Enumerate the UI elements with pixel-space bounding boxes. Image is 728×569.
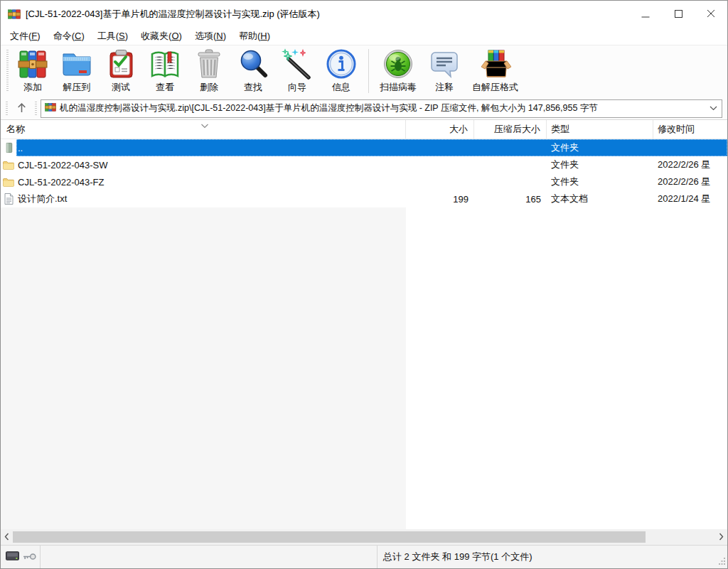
up-button[interactable] bbox=[11, 99, 32, 118]
scroll-right-icon bbox=[719, 532, 724, 543]
toolbar-separator bbox=[368, 49, 369, 93]
list-empty-area bbox=[1, 207, 727, 529]
file-list: .. 文件夹 CJL-51-2022-043-SW 文件夹 2022/2/26 … bbox=[1, 139, 727, 529]
title-bar: [CJL-51-2022-043]基于单片机的温湿度控制器设计与实现.zip (… bbox=[1, 1, 727, 28]
menu-file[interactable]: 文件(F) bbox=[4, 28, 47, 44]
test-label: 测试 bbox=[112, 81, 130, 94]
test-icon bbox=[105, 48, 137, 80]
header-packed[interactable]: 压缩后大小 bbox=[474, 120, 547, 139]
row-folder-fz[interactable]: CJL-51-2022-043-FZ 文件夹 2022/2/26 星 bbox=[1, 173, 727, 190]
menu-bar: 文件(F) 命令(C) 工具(S) 收藏夹(O) 选项(N) 帮助(H) bbox=[1, 28, 727, 45]
sort-indicator-icon bbox=[200, 120, 209, 131]
sfx-button[interactable]: 自解压格式 bbox=[466, 45, 524, 94]
maximize-icon bbox=[675, 9, 682, 20]
comment-button[interactable]: 注释 bbox=[422, 45, 466, 94]
up-folder-icon bbox=[1, 142, 16, 153]
menu-help[interactable]: 帮助(H) bbox=[232, 28, 277, 44]
find-label: 查找 bbox=[244, 81, 262, 94]
file-name: CJL-51-2022-043-FZ bbox=[16, 177, 406, 188]
header-type[interactable]: 类型 bbox=[547, 120, 653, 139]
test-button[interactable]: 测试 bbox=[99, 45, 143, 94]
window-title: [CJL-51-2022-043]基于单片机的温湿度控制器设计与实现.zip (… bbox=[26, 8, 629, 21]
list-empty-left-panel bbox=[1, 207, 406, 529]
minimize-button[interactable] bbox=[629, 1, 662, 28]
info-label: 信息 bbox=[332, 81, 350, 94]
minimize-icon bbox=[641, 9, 650, 20]
combo-chevron-icon[interactable] bbox=[708, 106, 718, 111]
find-icon bbox=[237, 48, 269, 80]
scroll-left-button[interactable] bbox=[1, 529, 13, 545]
menu-commands[interactable]: 命令(C) bbox=[47, 28, 91, 44]
column-headers: 名称 大小 压缩后大小 类型 修改时间 bbox=[1, 120, 727, 139]
delete-label: 删除 bbox=[200, 81, 218, 94]
comment-label: 注释 bbox=[435, 81, 454, 94]
scroll-left-icon bbox=[4, 532, 9, 543]
scrollbar-thumb[interactable] bbox=[13, 531, 646, 543]
status-bar: 总计 2 文件夹 和 199 字节(1 个文件) bbox=[1, 545, 727, 568]
header-modified[interactable]: 修改时间 bbox=[653, 120, 727, 139]
delete-icon bbox=[193, 48, 225, 80]
address-row: 机的温湿度控制器设计与实现.zip\[CJL-51-2022-043]基于单片机… bbox=[1, 97, 727, 120]
resize-grip[interactable] bbox=[719, 556, 726, 567]
row-folder-sw[interactable]: CJL-51-2022-043-SW 文件夹 2022/2/26 星 bbox=[1, 156, 727, 173]
virus-scan-label: 扫描病毒 bbox=[380, 81, 417, 94]
up-arrow-icon bbox=[16, 102, 28, 116]
archive-icon bbox=[45, 102, 56, 114]
file-type: 文件夹 bbox=[547, 175, 653, 188]
view-icon bbox=[149, 48, 181, 80]
folder-icon bbox=[1, 161, 16, 170]
menu-favorites[interactable]: 收藏夹(O) bbox=[134, 28, 188, 44]
list-empty-right-panel bbox=[406, 207, 727, 529]
file-modified: 2022/2/26 星 bbox=[653, 158, 727, 171]
drive-icon bbox=[6, 551, 19, 563]
horizontal-scrollbar[interactable] bbox=[1, 529, 727, 545]
toolbar: 添加 解压到 bbox=[1, 45, 727, 97]
menu-tools[interactable]: 工具(S) bbox=[91, 28, 134, 44]
scroll-right-button[interactable] bbox=[715, 529, 727, 545]
wizard-icon bbox=[281, 48, 314, 80]
file-modified: 2022/2/26 星 bbox=[653, 175, 727, 188]
wizard-label: 向导 bbox=[288, 81, 306, 94]
comment-icon bbox=[428, 48, 461, 80]
sfx-icon bbox=[479, 48, 512, 80]
virus-scan-button[interactable]: 扫描病毒 bbox=[374, 45, 422, 94]
folder-icon bbox=[1, 178, 16, 187]
file-name: .. bbox=[16, 143, 406, 153]
toolbar-grip bbox=[6, 50, 9, 91]
address-grip-1 bbox=[6, 102, 8, 116]
file-type: 文本文档 bbox=[547, 193, 653, 205]
info-button[interactable]: 信息 bbox=[319, 45, 363, 94]
file-modified: 2022/1/24 星 bbox=[653, 193, 727, 205]
info-icon bbox=[325, 48, 358, 80]
view-label: 查看 bbox=[156, 81, 174, 94]
row-parent-dir[interactable]: .. 文件夹 bbox=[1, 139, 727, 156]
view-button[interactable]: 查看 bbox=[143, 45, 187, 94]
file-name: CJL-51-2022-043-SW bbox=[16, 160, 406, 170]
status-summary: 总计 2 文件夹 和 199 字节(1 个文件) bbox=[378, 546, 532, 568]
row-text-file[interactable]: 设计简介.txt 199 165 文本文档 2022/1/24 星 bbox=[1, 190, 727, 207]
extract-label: 解压到 bbox=[63, 81, 91, 94]
file-type: 文件夹 bbox=[547, 158, 653, 171]
extract-icon bbox=[60, 48, 93, 80]
menu-options[interactable]: 选项(N) bbox=[188, 28, 232, 44]
find-button[interactable]: 查找 bbox=[231, 45, 275, 94]
wizard-button[interactable]: 向导 bbox=[275, 45, 319, 94]
add-label: 添加 bbox=[23, 81, 42, 94]
header-size[interactable]: 大小 bbox=[406, 120, 474, 139]
winrar-window: [CJL-51-2022-043]基于单片机的温湿度控制器设计与实现.zip (… bbox=[0, 0, 728, 569]
extract-button[interactable]: 解压到 bbox=[55, 45, 99, 94]
close-button[interactable] bbox=[695, 1, 727, 28]
file-type: 文件夹 bbox=[547, 141, 653, 154]
status-icons bbox=[1, 546, 41, 568]
winrar-icon bbox=[8, 9, 21, 20]
archive-path-combo[interactable]: 机的温湿度控制器设计与实现.zip\[CJL-51-2022-043]基于单片机… bbox=[41, 99, 722, 118]
virus-scan-icon bbox=[382, 48, 414, 80]
delete-button[interactable]: 删除 bbox=[187, 45, 231, 94]
maximize-button[interactable] bbox=[662, 1, 695, 28]
file-packed: 165 bbox=[474, 194, 547, 205]
file-name: 设计简介.txt bbox=[16, 193, 406, 205]
key-icon bbox=[23, 552, 36, 563]
add-icon bbox=[16, 48, 49, 80]
add-button[interactable]: 添加 bbox=[11, 45, 55, 94]
archive-path-text: 机的温湿度控制器设计与实现.zip\[CJL-51-2022-043]基于单片机… bbox=[60, 102, 705, 114]
